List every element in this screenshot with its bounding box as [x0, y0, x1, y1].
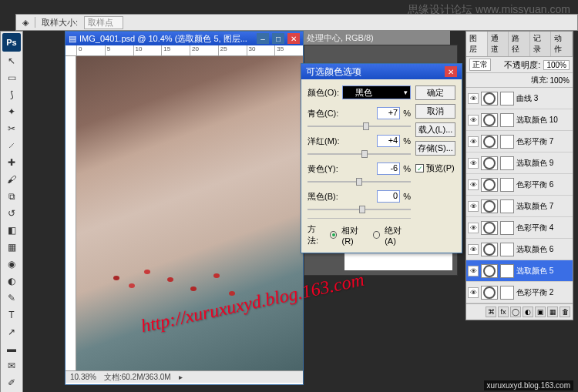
tab-actions[interactable]: 动作	[551, 32, 573, 56]
visibility-icon[interactable]: 👁	[468, 158, 479, 169]
marquee-tool-icon[interactable]: ▭	[2, 70, 21, 85]
visibility-icon[interactable]: 👁	[468, 287, 479, 298]
close-button[interactable]: ✕	[287, 33, 300, 44]
visibility-icon[interactable]: 👁	[468, 201, 479, 212]
visibility-icon[interactable]: 👁	[468, 179, 479, 190]
link-icon[interactable]: ⌘	[486, 307, 496, 317]
layer-mask-thumb	[500, 92, 514, 106]
yellow-slider[interactable]	[307, 178, 411, 186]
slice-tool-icon[interactable]: ⟋	[2, 138, 21, 153]
cyan-input[interactable]: +7	[377, 107, 400, 119]
opacity-input[interactable]: 100%	[543, 60, 570, 70]
fill-label: 填充:	[531, 75, 549, 85]
color-label: 颜色(O):	[307, 87, 339, 99]
adjustment-icon[interactable]: ◐	[523, 307, 533, 317]
layer-row[interactable]: 👁色彩平衡 4	[466, 217, 573, 239]
layer-name: 色彩平衡 7	[516, 136, 571, 147]
lasso-tool-icon[interactable]: ⟆	[2, 87, 21, 102]
layer-row[interactable]: 👁选取颜色 9	[466, 152, 573, 174]
gradient-tool-icon[interactable]: ▦	[2, 240, 21, 255]
layer-thumb	[481, 243, 498, 256]
maximize-button[interactable]: □	[272, 33, 284, 44]
dialog-titlebar[interactable]: 可选颜色选项 ✕	[301, 64, 462, 79]
visibility-icon[interactable]: 👁	[468, 244, 479, 255]
cyan-label: 青色(C):	[307, 108, 346, 119]
black-input[interactable]: 0	[377, 190, 400, 203]
layer-name: 曲线 3	[516, 93, 571, 104]
type-tool-icon[interactable]: T	[2, 307, 21, 323]
visibility-icon[interactable]: 👁	[468, 223, 479, 233]
black-slider[interactable]	[307, 206, 411, 213]
method-relative-label: 相对(R)	[341, 225, 368, 246]
save-button[interactable]: 存储(S)...	[415, 141, 455, 156]
blend-mode-select[interactable]: 正常	[469, 59, 491, 71]
layer-name: 选取颜色 9	[516, 158, 571, 169]
blur-tool-icon[interactable]: ◉	[2, 256, 21, 272]
pen-tool-icon[interactable]: ✎	[2, 290, 21, 306]
cancel-button[interactable]: 取消	[415, 104, 455, 119]
dialog-close-button[interactable]: ✕	[445, 66, 457, 77]
visibility-icon[interactable]: 👁	[468, 136, 479, 147]
magenta-slider[interactable]	[307, 150, 411, 158]
wand-tool-icon[interactable]: ✦	[2, 104, 21, 119]
notes-tool-icon[interactable]: ✉	[2, 358, 21, 374]
tab-channels[interactable]: 通道	[488, 32, 509, 56]
crop-tool-icon[interactable]: ✂	[2, 121, 21, 136]
cyan-slider[interactable]	[307, 122, 411, 130]
layer-row[interactable]: 👁色彩平衡 2	[466, 282, 573, 303]
folder-icon[interactable]: ▣	[535, 307, 546, 317]
layer-name: 选取颜色 7	[516, 201, 571, 212]
file-info: 文档:60.2M/363.0M	[104, 372, 171, 383]
layers-panel: 图层 通道 路径 记录 动作 正常 不透明度: 100% 填充: 100% 👁曲…	[465, 31, 573, 320]
method-relative-radio[interactable]	[330, 231, 337, 239]
layer-name: 色彩平衡 2	[516, 287, 571, 298]
layer-row[interactable]: 👁色彩平衡 7	[466, 131, 573, 152]
shape-tool-icon[interactable]: ▬	[2, 341, 21, 357]
layer-row[interactable]: 👁选取颜色 7	[466, 196, 573, 217]
panel-tabs: 图层 通道 路径 记录 动作	[466, 32, 573, 57]
tab-layers[interactable]: 图层	[466, 32, 488, 56]
layer-row[interactable]: 👁选取颜色 6	[466, 239, 573, 260]
visibility-icon[interactable]: 👁	[468, 266, 479, 276]
load-button[interactable]: 载入(L)...	[415, 122, 455, 137]
visibility-icon[interactable]: 👁	[468, 93, 479, 104]
minimize-button[interactable]: –	[257, 33, 269, 44]
status-arrow-icon[interactable]: ▸	[179, 373, 183, 381]
trash-icon[interactable]: 🗑	[560, 307, 570, 317]
ok-button[interactable]: 确定	[415, 85, 455, 100]
fill-input[interactable]: 100%	[549, 76, 570, 85]
layer-row[interactable]: 👁色彩平衡 6	[466, 174, 573, 196]
move-tool-icon[interactable]: ↖	[2, 53, 21, 69]
preview-checkbox[interactable]: ✓	[415, 164, 424, 173]
layer-row[interactable]: 👁曲线 3	[466, 88, 573, 109]
color-select[interactable]: 黑色	[342, 85, 411, 99]
eyedropper-tool-icon[interactable]: ✐	[2, 375, 21, 390]
url-watermark-footer: xuruxuxyd.blog.163.com	[484, 380, 573, 390]
layer-mask-thumb	[500, 135, 514, 149]
history-brush-icon[interactable]: ↺	[2, 206, 21, 221]
heal-tool-icon[interactable]: ✚	[2, 155, 21, 170]
layer-row[interactable]: 👁选取颜色 10	[466, 109, 573, 131]
brush-tool-icon[interactable]: 🖌	[2, 172, 21, 187]
sample-size-select[interactable]: 取样点	[84, 16, 123, 29]
fx-icon[interactable]: fx	[498, 307, 509, 317]
magenta-input[interactable]: +4	[377, 135, 400, 147]
dodge-tool-icon[interactable]: ◐	[2, 273, 21, 289]
document-titlebar[interactable]: ▤ IMG_0401.psd @ 10.4% (选取颜色 5, 图层... – …	[66, 32, 303, 45]
zoom-level[interactable]: 10.38%	[70, 373, 96, 381]
tab-history[interactable]: 记录	[530, 32, 552, 56]
yellow-input[interactable]: -6	[377, 162, 400, 175]
stamp-tool-icon[interactable]: ⧉	[2, 189, 21, 204]
visibility-icon[interactable]: 👁	[468, 115, 479, 126]
layer-thumb	[481, 286, 498, 300]
eraser-tool-icon[interactable]: ◧	[2, 223, 21, 238]
path-tool-icon[interactable]: ↗	[2, 324, 21, 340]
magenta-label: 洋红(M):	[307, 136, 346, 147]
layer-row[interactable]: 👁选取颜色 5	[466, 260, 573, 282]
dialog-title-text: 可选颜色选项	[306, 65, 361, 79]
mask-icon[interactable]: ◯	[510, 307, 521, 317]
new-layer-icon[interactable]: ▦	[547, 307, 558, 317]
tab-paths[interactable]: 路径	[509, 32, 530, 56]
method-absolute-radio[interactable]	[373, 231, 380, 239]
layer-name: 选取颜色 6	[516, 244, 571, 255]
